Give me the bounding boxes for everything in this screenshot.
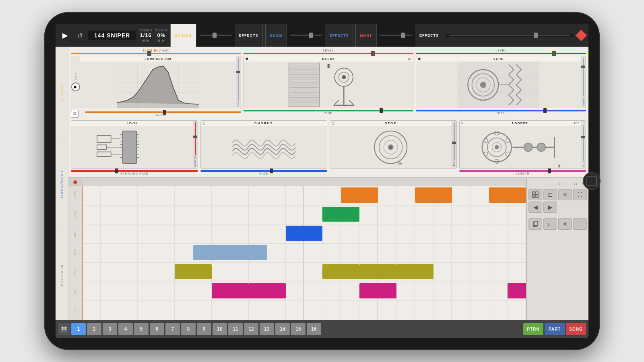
- seq-cell[interactable]: [433, 301, 452, 320]
- lowpass-res-slider[interactable]: RES: [236, 56, 241, 108]
- seq-cell[interactable]: [101, 186, 119, 206]
- seq-cell[interactable]: [156, 282, 175, 301]
- seq-cell[interactable]: [138, 244, 156, 263]
- seq-note[interactable]: [359, 283, 396, 298]
- seq-cell[interactable]: [471, 263, 489, 282]
- seq-cell[interactable]: [138, 301, 156, 320]
- slicer-fader-track[interactable]: [200, 35, 232, 36]
- seq-cell[interactable]: [249, 263, 267, 282]
- swing-down-icon[interactable]: ◀: [157, 38, 161, 43]
- seq-cell[interactable]: [378, 301, 396, 320]
- time-thumb[interactable]: [380, 108, 383, 113]
- seq-cell[interactable]: [82, 206, 101, 225]
- seq-cell[interactable]: [230, 206, 249, 225]
- song-button[interactable]: SONG: [566, 323, 586, 335]
- seq-cell[interactable]: [138, 263, 156, 282]
- seq-cell[interactable]: [378, 206, 396, 225]
- seq-cell[interactable]: [396, 206, 415, 225]
- seq-cell[interactable]: [452, 282, 471, 301]
- seq-cell[interactable]: [230, 224, 249, 244]
- seq-cell[interactable]: [286, 244, 304, 263]
- seq-cell[interactable]: [508, 263, 526, 282]
- seq-cell[interactable]: [415, 224, 433, 244]
- effects-tab[interactable]: EFFECTS: [235, 24, 263, 47]
- seq-cell[interactable]: [508, 206, 526, 225]
- seq-cell[interactable]: [138, 224, 156, 244]
- seq-cell[interactable]: [489, 301, 508, 320]
- num-btn-5[interactable]: 5: [134, 323, 149, 335]
- seq-cell[interactable]: [267, 301, 286, 320]
- seq-cell[interactable]: [82, 244, 101, 263]
- length-slider[interactable]: [459, 170, 586, 172]
- seq-cell[interactable]: [267, 186, 286, 206]
- seq-grid-bg[interactable]: [82, 186, 526, 320]
- num-btn-7[interactable]: 7: [165, 323, 180, 335]
- seq-cell[interactable]: [230, 301, 249, 320]
- seq-cell[interactable]: [138, 186, 156, 206]
- cutoff-slider[interactable]: [85, 111, 241, 113]
- num-btn-12[interactable]: 12: [244, 323, 258, 335]
- seq-note[interactable]: [175, 264, 212, 280]
- seq-cell[interactable]: [489, 224, 508, 244]
- level1-thumb[interactable]: [371, 51, 375, 56]
- seq-cell[interactable]: [341, 244, 359, 263]
- seq-cell[interactable]: [101, 244, 119, 263]
- bass-effects-tab[interactable]: EFFECTS: [325, 24, 353, 47]
- num-btn-1[interactable]: 1: [71, 323, 86, 335]
- seq-cell[interactable]: [119, 282, 138, 301]
- home-button[interactable]: [583, 172, 601, 190]
- seq-cell[interactable]: [452, 206, 471, 225]
- swing-value[interactable]: 0%: [157, 32, 165, 38]
- seq-cell[interactable]: [101, 301, 119, 320]
- seq-cell[interactable]: [286, 301, 304, 320]
- seq-cell[interactable]: [286, 186, 304, 206]
- num-btn-6[interactable]: 6: [150, 323, 164, 335]
- seq-cell[interactable]: [212, 186, 230, 206]
- grid-view-btn[interactable]: [528, 189, 542, 200]
- arrow-right-ctrl[interactable]: →: [555, 180, 562, 188]
- seq-note[interactable]: [341, 187, 378, 203]
- seq-cell[interactable]: [193, 301, 212, 320]
- num-btn-16[interactable]: 16: [307, 323, 321, 335]
- seq-cell[interactable]: [212, 301, 230, 320]
- damping-thumb[interactable]: [581, 66, 585, 68]
- ptrn-button[interactable]: PTRN: [523, 323, 543, 335]
- seq-cell[interactable]: [156, 263, 175, 282]
- seq-cell[interactable]: [452, 301, 471, 320]
- seq-cell[interactable]: [341, 301, 359, 320]
- seq-cell[interactable]: [322, 301, 341, 320]
- res-thumb[interactable]: [236, 71, 240, 73]
- delete2-btn[interactable]: ✕: [558, 218, 572, 230]
- seq-cell[interactable]: [378, 244, 396, 263]
- seq-cell[interactable]: [304, 282, 323, 301]
- seq-cell[interactable]: [489, 206, 508, 225]
- seq-cell[interactable]: [249, 186, 267, 206]
- num-btn-13[interactable]: 13: [260, 323, 274, 335]
- length-thumb[interactable]: [548, 169, 551, 173]
- next-btn[interactable]: ▶: [543, 202, 557, 213]
- seq-cell[interactable]: [82, 263, 101, 282]
- part-button[interactable]: PART: [545, 323, 565, 335]
- size-slider[interactable]: [416, 110, 586, 111]
- seq-cell[interactable]: [175, 244, 193, 263]
- seq-cell[interactable]: [230, 186, 249, 206]
- level1-slider[interactable]: [244, 53, 414, 54]
- master-fader-track[interactable]: [449, 35, 570, 36]
- tempo-up-icon[interactable]: ▶: [147, 38, 150, 43]
- seq-cell[interactable]: [304, 263, 323, 282]
- seq-note[interactable]: [396, 264, 433, 280]
- seq-cell[interactable]: [433, 206, 452, 225]
- seq-cell[interactable]: [415, 282, 433, 301]
- tempo-down-icon[interactable]: ◀: [142, 38, 145, 43]
- seq-cell[interactable]: [249, 301, 267, 320]
- seq-note[interactable]: [359, 264, 396, 280]
- seq-cell[interactable]: [212, 263, 230, 282]
- seq-cell[interactable]: [175, 186, 193, 206]
- tempo-value[interactable]: 1/16: [140, 32, 151, 38]
- seq-cell[interactable]: [175, 224, 193, 244]
- seq-cell[interactable]: [249, 224, 267, 244]
- seq-cell[interactable]: [156, 301, 175, 320]
- sampling-rate-slider[interactable]: [71, 170, 198, 172]
- seq-cell[interactable]: [193, 206, 212, 225]
- seq-cell[interactable]: [82, 301, 101, 320]
